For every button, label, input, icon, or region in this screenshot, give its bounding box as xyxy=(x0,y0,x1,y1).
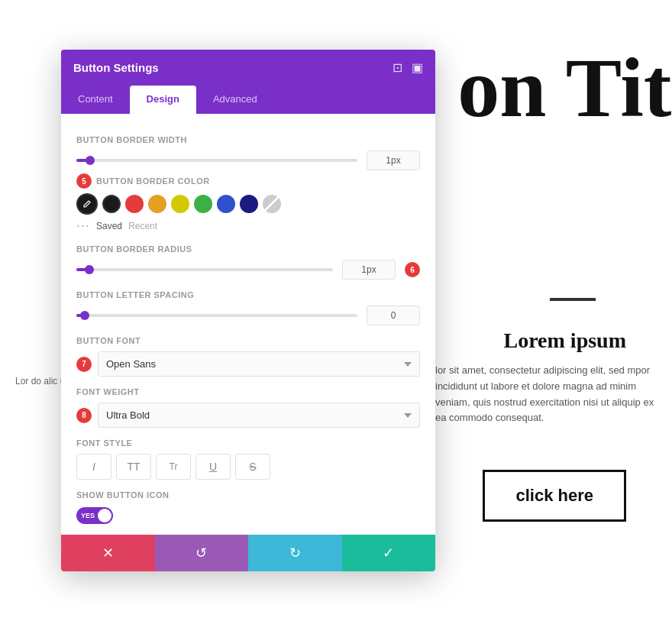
font-style-label: Font Style xyxy=(76,438,420,448)
badge-5: 5 xyxy=(76,173,92,189)
swatch-yellow[interactable] xyxy=(171,195,189,213)
more-dots-button[interactable]: ··· xyxy=(76,218,90,234)
expand-icon[interactable]: ⊡ xyxy=(393,60,402,75)
font-weight-label: Font Weight xyxy=(76,387,420,396)
border-width-thumb[interactable] xyxy=(86,156,95,165)
settings-panel: Button Settings ⊡ ▣ Content Design Advan… xyxy=(61,50,435,571)
recent-label: Recent xyxy=(128,221,157,231)
swatch-blue[interactable] xyxy=(217,195,235,213)
style-italic[interactable]: I xyxy=(76,454,111,480)
letter-spacing-track[interactable] xyxy=(76,314,357,317)
letter-spacing-label: Button Letter Spacing xyxy=(76,290,420,299)
border-radius-value[interactable] xyxy=(342,260,396,280)
saved-label: Saved xyxy=(96,221,122,231)
border-radius-thumb[interactable] xyxy=(85,265,94,274)
font-weight-select[interactable]: Ultra Bold Bold Regular Light xyxy=(98,403,420,428)
show-icon-label: Show Button Icon xyxy=(76,490,420,500)
swatch-orange[interactable] xyxy=(148,195,166,213)
badge-6: 6 xyxy=(405,262,420,277)
tab-advanced[interactable]: Advanced xyxy=(196,86,274,114)
swatch-none[interactable] xyxy=(263,195,281,213)
swatch-red[interactable] xyxy=(125,195,144,213)
toggle-knob xyxy=(98,509,111,522)
badge-7: 7 xyxy=(76,357,92,372)
style-underline[interactable]: U xyxy=(195,454,231,480)
swatch-green[interactable] xyxy=(194,195,212,213)
tab-content[interactable]: Content xyxy=(61,86,130,114)
border-radius-track[interactable] xyxy=(76,268,333,271)
button-font-label: Button Font xyxy=(76,336,420,345)
confirm-button[interactable]: ✓ xyxy=(342,535,436,571)
border-width-row xyxy=(76,150,420,170)
cancel-button[interactable]: ✕ xyxy=(61,535,155,571)
header-icons: ⊡ ▣ xyxy=(393,60,423,75)
tab-design[interactable]: Design xyxy=(130,86,196,114)
toggle-row: YES xyxy=(76,507,420,524)
badge-8: 8 xyxy=(76,408,92,423)
lorem-title: Lorem ipsum xyxy=(504,328,627,353)
style-uppercase[interactable]: TT xyxy=(116,454,151,480)
color-palette xyxy=(76,193,420,215)
swatch-dark-blue[interactable] xyxy=(240,195,258,213)
border-width-label: Button Border Width xyxy=(76,135,420,144)
font-select[interactable]: Open Sans Roboto Arial xyxy=(98,351,420,377)
page-button-area: click here xyxy=(483,470,626,522)
panel-header: Button Settings ⊡ ▣ xyxy=(61,50,435,86)
panel-title: Button Settings xyxy=(73,61,159,74)
style-strikethrough[interactable]: S xyxy=(235,454,270,480)
letter-spacing-row xyxy=(76,306,420,325)
font-select-row: 7 Open Sans Roboto Arial xyxy=(76,351,420,377)
lorem-text: lor sit amet, consectetur adipiscing eli… xyxy=(435,363,657,426)
toggle-yes-label: YES xyxy=(81,512,95,519)
letter-spacing-thumb[interactable] xyxy=(80,311,89,320)
border-color-label: Button Border Color xyxy=(96,176,210,186)
color-edit-button[interactable] xyxy=(76,193,98,215)
border-width-track[interactable] xyxy=(76,159,357,162)
page-divider xyxy=(550,298,596,301)
page-title: on Titl xyxy=(457,46,672,130)
border-radius-label: Button Border Radius xyxy=(76,244,420,254)
panel-body: Button Border Width 5 Button Border Colo… xyxy=(61,114,435,535)
layout-icon[interactable]: ▣ xyxy=(412,60,423,75)
letter-spacing-value[interactable] xyxy=(367,306,420,325)
font-style-row: I TT Tr U S xyxy=(76,454,420,480)
style-capitalize[interactable]: Tr xyxy=(156,454,191,480)
panel-tabs: Content Design Advanced xyxy=(61,86,435,114)
page-button[interactable]: click here xyxy=(483,470,626,522)
border-width-value[interactable] xyxy=(367,150,420,170)
redo-button[interactable]: ↻ xyxy=(248,535,342,571)
undo-button[interactable]: ↺ xyxy=(155,535,249,571)
font-weight-select-row: 8 Ultra Bold Bold Regular Light xyxy=(76,403,420,428)
swatch-black[interactable] xyxy=(102,195,121,213)
palette-actions: ··· Saved Recent xyxy=(76,218,420,234)
border-color-row: 5 Button Border Color xyxy=(76,173,420,189)
border-radius-row: 6 xyxy=(76,260,420,280)
toggle-switch[interactable]: YES xyxy=(76,507,113,524)
panel-footer: ✕ ↺ ↻ ✓ xyxy=(61,535,435,571)
